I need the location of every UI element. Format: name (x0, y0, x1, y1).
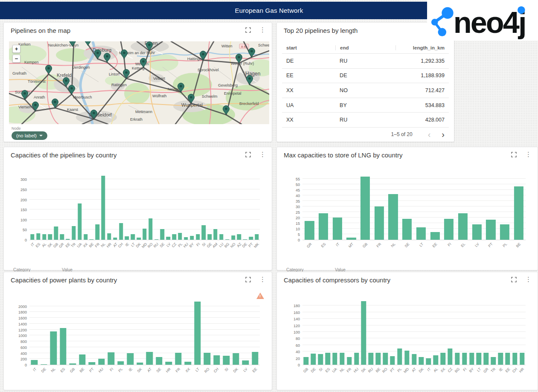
bar-CH[interactable] (213, 355, 220, 365)
bar-AM[interactable] (213, 229, 217, 240)
bar-NL[interactable] (340, 353, 344, 365)
bar-XX[interactable] (185, 362, 191, 365)
bar-FI[interactable] (108, 352, 114, 365)
bar-HU[interactable] (98, 359, 105, 365)
bar-LV[interactable] (472, 224, 481, 240)
bar-HU[interactable] (354, 353, 359, 365)
map-zoom-out-button[interactable]: − (12, 55, 20, 63)
bar-DE[interactable] (41, 364, 47, 365)
kebab-menu-icon[interactable]: ⋮ (259, 276, 266, 282)
bar-MK[interactable] (255, 234, 259, 240)
bar-LT[interactable] (477, 353, 481, 365)
bar-PL[interactable] (500, 224, 509, 240)
expand-icon[interactable] (511, 277, 517, 282)
bar-FR[interactable] (96, 224, 99, 240)
bar-UA[interactable] (332, 353, 337, 365)
bar-FI[interactable] (444, 219, 454, 240)
bar-SK[interactable] (361, 301, 366, 365)
bar-AT[interactable] (113, 238, 117, 240)
bar-EE[interactable] (430, 232, 439, 240)
bar-LT[interactable] (131, 234, 135, 240)
bar-FR[interactable] (175, 353, 181, 365)
bar-GB[interactable] (70, 363, 76, 365)
kebab-menu-icon[interactable]: ⋮ (525, 151, 532, 157)
bar-LV[interactable] (242, 360, 249, 365)
bar-FR[interactable] (375, 206, 384, 240)
bar-DE[interactable] (243, 239, 247, 240)
bar-PT[interactable] (89, 362, 95, 365)
bar-RU[interactable] (154, 239, 158, 240)
bar-XX[interactable] (84, 234, 87, 240)
bar-SK[interactable] (48, 234, 52, 240)
bar-DE[interactable] (311, 354, 316, 365)
bar-MD[interactable] (404, 351, 409, 365)
bar-CZ[interactable] (172, 234, 176, 240)
map-canvas[interactable]: A 45 KerkenNeukirchen-VluynDuisburgMülhe… (9, 41, 269, 124)
bar-IT[interactable] (333, 218, 342, 240)
bar-MT[interactable] (346, 238, 356, 240)
bar-SE[interactable] (402, 219, 412, 240)
bar-LU[interactable] (219, 234, 223, 240)
bar-UA[interactable] (78, 203, 81, 240)
bar-EL[interactable] (458, 213, 468, 240)
bar-NL[interactable] (50, 331, 57, 365)
bar-PT[interactable] (486, 220, 495, 240)
bar-SI[interactable] (223, 356, 230, 365)
bar-NL[interactable] (101, 176, 105, 240)
expand-icon[interactable] (245, 27, 251, 33)
bar-BY[interactable] (190, 236, 194, 240)
bar-HR[interactable] (107, 233, 111, 240)
bar-RO[interactable] (148, 218, 152, 240)
bar-NL[interactable] (388, 194, 398, 240)
bar-CH[interactable] (119, 223, 123, 240)
bar-LV[interactable] (166, 237, 170, 240)
bar-MD[interactable] (142, 229, 146, 240)
bar-BE[interactable] (79, 354, 85, 365)
expand-icon[interactable] (511, 152, 517, 157)
bar-NO[interactable] (231, 235, 235, 240)
bar-AZ[interactable] (237, 234, 241, 240)
bar-IE[interactable] (498, 353, 503, 365)
bar-FI[interactable] (196, 234, 200, 240)
pagination-next-button[interactable]: › (439, 131, 447, 138)
bar-CZ[interactable] (448, 348, 452, 365)
bar-PT[interactable] (390, 356, 395, 365)
bar-LT[interactable] (416, 227, 426, 240)
bar-AL[interactable] (433, 355, 438, 365)
bar-AT[interactable] (412, 354, 416, 365)
bar-LT[interactable] (194, 302, 201, 365)
kebab-menu-icon[interactable]: ⋮ (525, 276, 532, 282)
bar-BE[interactable] (514, 186, 523, 240)
bar-RU[interactable] (369, 353, 373, 365)
bar-PL[interactable] (397, 348, 402, 365)
bar-PT[interactable] (249, 237, 253, 240)
bar-AT[interactable] (146, 352, 153, 365)
bar-IE[interactable] (125, 236, 129, 240)
warning-icon[interactable] (256, 293, 264, 299)
bar-TR[interactable] (491, 357, 495, 365)
node-label-chip[interactable]: (no label) (12, 131, 47, 140)
bar-CH[interactable] (512, 353, 517, 365)
bar-BG[interactable] (455, 353, 459, 365)
bar-IT[interactable] (426, 358, 431, 365)
bar-HR[interactable] (166, 362, 172, 365)
bar-ES[interactable] (60, 328, 66, 365)
bar-GR[interactable] (60, 234, 64, 240)
bar-DK[interactable] (419, 357, 424, 365)
bar-ES[interactable] (36, 233, 40, 240)
bar-BY[interactable] (469, 353, 474, 365)
bar-HR[interactable] (520, 353, 524, 365)
bar-BG[interactable] (225, 239, 229, 240)
kebab-menu-icon[interactable]: ⋮ (259, 151, 266, 157)
bar-GB[interactable] (361, 177, 370, 240)
bar-RO[interactable] (204, 353, 210, 365)
bar-GB[interactable] (304, 357, 308, 365)
bar-IT[interactable] (30, 234, 34, 240)
bar-ES[interactable] (319, 213, 328, 240)
bar-GE[interactable] (208, 234, 212, 240)
expand-icon[interactable] (245, 152, 251, 157)
bar-AL[interactable] (42, 234, 46, 240)
bar-HU[interactable] (184, 237, 188, 240)
bar-ES[interactable] (325, 353, 330, 365)
expand-icon[interactable] (245, 277, 251, 282)
